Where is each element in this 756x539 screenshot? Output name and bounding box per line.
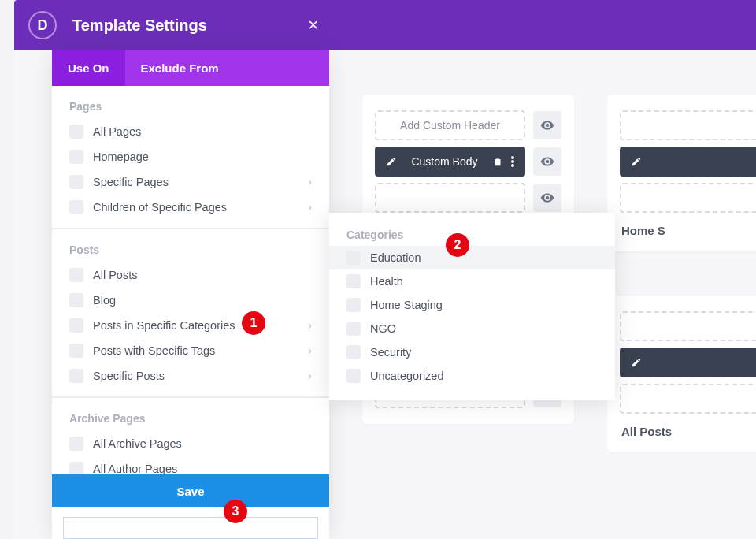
add-slot[interactable] <box>620 311 756 341</box>
card-label-home: Home S <box>620 216 756 239</box>
group-posts: Posts All Posts Blog Posts in Specific C… <box>52 229 329 398</box>
tab-use-on[interactable]: Use On <box>52 50 125 86</box>
option-homepage[interactable]: Homepage <box>52 144 329 169</box>
category-security[interactable]: Security <box>329 340 615 364</box>
tab-exclude-from[interactable]: Exclude From <box>125 50 235 86</box>
option-all-posts[interactable]: All Posts <box>52 262 329 288</box>
svg-point-1 <box>511 160 514 163</box>
pencil-icon <box>631 156 642 167</box>
chevron-right-icon: › <box>308 200 312 214</box>
option-specific-pages[interactable]: Specific Pages› <box>52 169 329 195</box>
option-children-specific-pages[interactable]: Children of Specific Pages› <box>52 195 329 220</box>
custom-body-slot[interactable]: Custom Body <box>375 147 525 177</box>
category-ngo[interactable]: NGO <box>329 317 615 340</box>
svg-point-0 <box>511 156 514 159</box>
flyout-header: Categories <box>329 229 615 246</box>
eye-icon <box>540 118 554 132</box>
option-label: All Archive Pages <box>93 437 182 450</box>
option-label: Health <box>370 275 403 288</box>
checkbox-icon <box>346 274 361 288</box>
chevron-right-icon: › <box>308 344 312 358</box>
eye-icon <box>540 191 554 205</box>
checkbox-icon <box>346 369 361 383</box>
checkbox-icon <box>69 175 83 189</box>
svg-point-2 <box>511 164 514 167</box>
add-header-slot[interactable]: Add Custom Header <box>375 110 525 140</box>
option-all-author[interactable]: All Author Pages <box>52 456 329 474</box>
checkbox-icon <box>346 322 361 336</box>
logo-icon: D <box>28 11 57 39</box>
category-home-staging[interactable]: Home Staging <box>329 293 615 317</box>
option-label: Homepage <box>93 151 149 163</box>
group-archive: Archive Pages All Archive Pages All Auth… <box>52 398 329 474</box>
top-bar: D Template Settings × <box>14 0 756 50</box>
pencil-icon <box>386 156 397 167</box>
category-health[interactable]: Health <box>329 270 615 293</box>
annotation-marker-1: 1 <box>242 311 265 335</box>
template-card: All Posts <box>607 296 756 452</box>
option-label: Blog <box>93 294 116 307</box>
modal-title: Template Settings <box>72 17 207 35</box>
trash-icon[interactable] <box>492 156 503 167</box>
add-slot[interactable] <box>620 183 756 213</box>
option-blog[interactable]: Blog <box>52 288 329 313</box>
dark-slot[interactable] <box>620 348 756 377</box>
checkbox-icon <box>69 369 83 383</box>
group-pages: Pages All Pages Homepage Specific Pages›… <box>52 86 329 229</box>
template-card: Home S <box>607 95 756 251</box>
checkbox-icon <box>69 462 83 474</box>
option-label: All Pages <box>93 125 141 138</box>
checkbox-icon <box>69 125 83 139</box>
eye-icon <box>540 154 554 169</box>
option-label: Education <box>370 251 421 264</box>
checkbox-icon <box>69 200 83 214</box>
option-specific-posts[interactable]: Specific Posts› <box>52 363 329 388</box>
dark-slot[interactable] <box>620 147 756 177</box>
content-wrap: Add Custom Header Custom Body <box>14 50 756 539</box>
option-label: Specific Posts <box>93 370 165 382</box>
option-all-pages[interactable]: All Pages <box>52 119 329 144</box>
option-posts-with-tags[interactable]: Posts with Specific Tags› <box>52 338 329 363</box>
checkbox-icon <box>69 150 83 164</box>
visibility-toggle[interactable] <box>533 184 561 212</box>
visibility-toggle[interactable] <box>533 111 561 139</box>
option-all-archive[interactable]: All Archive Pages <box>52 431 329 456</box>
add-slot[interactable] <box>375 183 525 213</box>
checkbox-icon <box>346 298 361 312</box>
checkbox-icon <box>69 437 83 451</box>
close-icon[interactable]: × <box>308 15 318 35</box>
chevron-right-icon: › <box>308 175 312 189</box>
kebab-icon[interactable] <box>511 156 514 167</box>
group-header-pages: Pages <box>52 100 329 119</box>
option-label: Security <box>370 346 411 359</box>
bottom-input[interactable] <box>63 517 318 539</box>
option-label: All Posts <box>93 269 137 281</box>
settings-modal: Use On Exclude From Pages All Pages Home… <box>52 50 329 539</box>
chevron-right-icon: › <box>308 318 312 333</box>
category-education[interactable]: Education <box>329 246 615 270</box>
option-label: NGO <box>370 322 396 335</box>
chevron-right-icon: › <box>308 369 312 383</box>
checkbox-icon <box>346 345 361 359</box>
add-slot[interactable] <box>620 384 756 414</box>
checkbox-icon <box>69 293 83 307</box>
checkbox-icon <box>69 268 83 282</box>
option-label: Uncategorized <box>370 370 444 382</box>
checkbox-icon <box>69 318 83 333</box>
card-label-allposts: All Posts <box>620 417 756 440</box>
add-slot[interactable] <box>620 110 756 140</box>
option-label: Children of Specific Pages <box>93 201 227 214</box>
option-label: All Author Pages <box>93 463 177 474</box>
option-posts-in-categories[interactable]: Posts in Specific Categories› <box>52 313 329 338</box>
option-label: Specific Pages <box>93 176 169 188</box>
save-button[interactable]: Save <box>52 474 329 507</box>
option-label: Posts with Specific Tags <box>93 344 215 357</box>
option-label: Posts in Specific Categories <box>93 319 235 332</box>
visibility-toggle[interactable] <box>533 147 561 176</box>
category-uncategorized[interactable]: Uncategorized <box>329 364 615 388</box>
checkbox-icon <box>346 251 361 265</box>
group-header-archive: Archive Pages <box>52 412 329 431</box>
checkbox-icon <box>69 344 83 358</box>
option-label: Home Staging <box>370 299 443 311</box>
options-scroll: Pages All Pages Homepage Specific Pages›… <box>52 86 329 474</box>
